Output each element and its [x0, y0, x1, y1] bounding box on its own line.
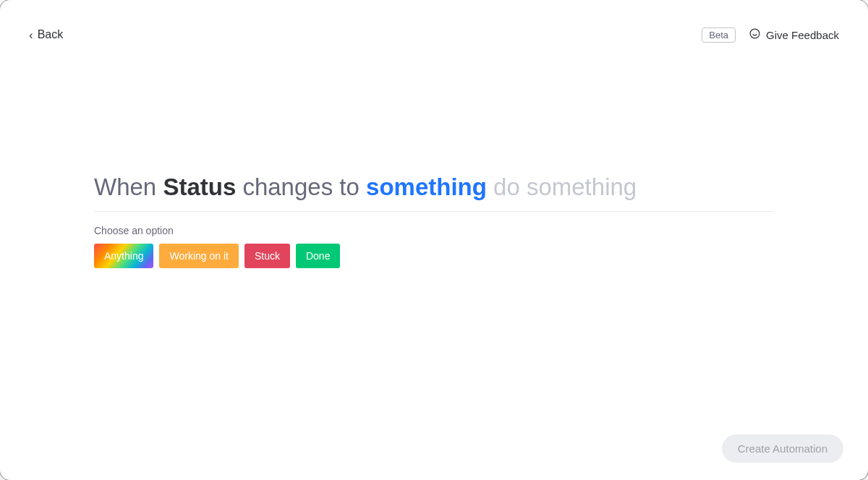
sentence-part-when: When	[94, 173, 163, 200]
chevron-left-icon: ‹	[29, 29, 33, 41]
feedback-icon	[749, 27, 761, 42]
svg-point-0	[750, 29, 760, 38]
option-done[interactable]: Done	[296, 244, 340, 268]
create-automation-button[interactable]: Create Automation	[722, 434, 843, 463]
sentence-value-token[interactable]: something	[366, 173, 487, 200]
header-right: Beta Give Feedback	[702, 27, 839, 43]
option-working-on-it[interactable]: Working on it	[159, 244, 238, 268]
sentence-part-do: do something	[487, 173, 637, 200]
choose-option-label: Choose an option	[94, 225, 774, 236]
option-anything[interactable]: Anything	[94, 244, 153, 268]
svg-point-2	[756, 33, 757, 33]
give-feedback-button[interactable]: Give Feedback	[749, 27, 839, 42]
svg-point-1	[753, 33, 754, 33]
header-bar: ‹ Back Beta Give Feedback	[0, 0, 868, 51]
footer: Create Automation	[722, 434, 843, 463]
sentence-part-changes: changes to	[236, 173, 366, 200]
automation-builder-window: ‹ Back Beta Give Feedback When Status ch…	[0, 0, 868, 480]
feedback-label: Give Feedback	[766, 29, 839, 41]
main-content: When Status changes to something do some…	[0, 51, 868, 480]
sentence-column-token[interactable]: Status	[163, 173, 236, 200]
status-options-row: Anything Working on it Stuck Done	[94, 244, 774, 268]
automation-sentence: When Status changes to something do some…	[94, 173, 774, 212]
back-button[interactable]: ‹ Back	[29, 28, 63, 41]
back-label: Back	[38, 28, 64, 41]
option-stuck[interactable]: Stuck	[244, 244, 290, 268]
beta-badge: Beta	[702, 27, 736, 43]
